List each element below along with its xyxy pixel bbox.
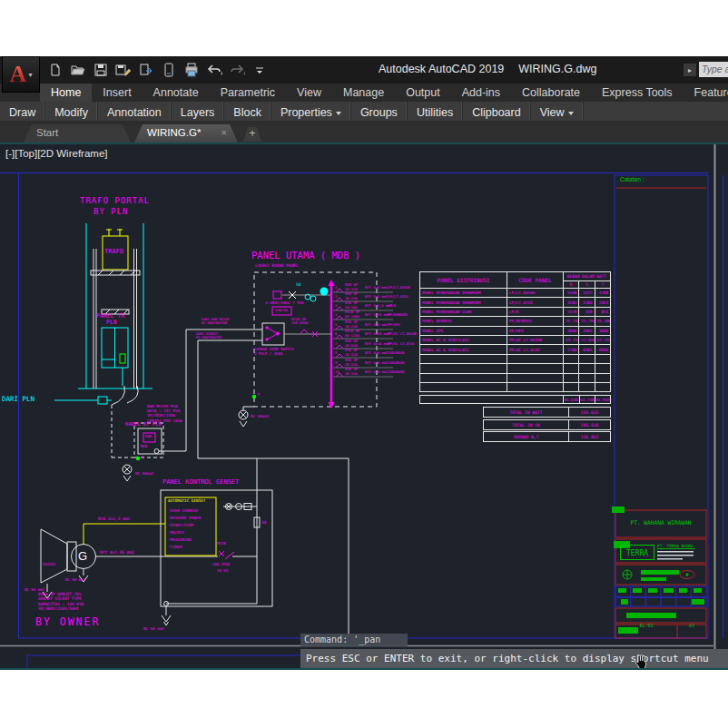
control-wire: [84, 524, 165, 545]
file-tab-bar: Start WIRING.G*× +: [0, 124, 728, 143]
table-row: [420, 354, 611, 363]
panel-launcher-icon[interactable]: [568, 112, 574, 115]
redo-icon[interactable]: [227, 59, 247, 81]
mdb-title: PANEL UTAMA ( MDB ): [251, 250, 360, 261]
change-over-switch: [262, 323, 284, 345]
save-icon[interactable]: [91, 59, 111, 81]
panel-block[interactable]: Block: [224, 102, 271, 121]
autocad-logo: A: [10, 61, 27, 88]
panel-groups[interactable]: Groups: [351, 102, 408, 121]
mdb-branch-row: 10MCB 3P 20-32ANYY 4x6 mm2CADANGAN: [335, 373, 418, 382]
kwh-info-label: KWH METER PLN DAYA : 147 KVA 3P/380V/250…: [147, 404, 182, 423]
window-title: Autodesk AutoCAD 2019WIRING.G.dwg: [379, 63, 596, 75]
autocad-window: Autodesk AutoCAD 2019WIRING.G.dwg ▸ Type…: [0, 56, 728, 670]
genset-functions-list: -OVER CURRENT -REVERSE POWER -START/STOP…: [168, 507, 201, 551]
panel-annotation[interactable]: Annotation: [98, 102, 172, 121]
ground-node-dot: [136, 457, 140, 460]
table-row: [420, 382, 611, 391]
table-sum-row: 55.418 52.758 51.944: [419, 395, 611, 404]
ground-electrode-icon: [123, 465, 132, 481]
file-tab-start[interactable]: Start: [24, 124, 131, 143]
automatic-genset-label: AUTOMATIC GENSET: [168, 499, 205, 504]
new-tab-button[interactable]: +: [243, 127, 261, 142]
mdb-so-label: SO: [296, 282, 300, 287]
panel-clipboard[interactable]: Clipboard: [463, 102, 531, 121]
ribbon-tab-bar: Home Insert Annotate Parametric View Man…: [0, 84, 728, 102]
table-row: PANEL UPSPP/UPS380030013000: [420, 326, 611, 335]
tab-addins[interactable]: Add-ins: [451, 84, 511, 102]
panel-utilities[interactable]: Utilities: [408, 102, 463, 121]
viewport-controls[interactable]: [-][Top][2D Wireframe]: [5, 148, 107, 159]
total-va-row: TOTAL IN VA195.518: [483, 419, 611, 430]
print-icon[interactable]: [182, 59, 202, 81]
mobile-icon[interactable]: [159, 59, 179, 81]
document-title: WIRING.G.dwg: [518, 63, 596, 75]
mdb-feeder1-label: DARI KWH METER BY KONTRAKTOR: [202, 318, 229, 325]
terra-logo: TERRA: [620, 545, 654, 560]
title-bar: Autodesk AutoCAD 2019WIRING.G.dwg ▸ Type…: [0, 56, 728, 84]
consultant-name: PT. TERRA AGUNG: [657, 544, 694, 548]
new-file-icon[interactable]: [45, 59, 65, 81]
ct-icon: [310, 296, 316, 301]
tab-parametric[interactable]: Parametric: [210, 84, 286, 102]
table-row: PANEL BENGKELPP/BENGKEL15.74815.70415.58…: [420, 317, 611, 326]
panel-view[interactable]: View: [531, 102, 584, 121]
sheet-number: EL-02: [615, 624, 677, 629]
command-line-input[interactable]: Command: '_pan: [300, 634, 408, 646]
quick-access-toolbar: [45, 58, 270, 82]
table-row: PANEL AC & VENTILASIPP/AC LT.DASAR13.754…: [420, 335, 611, 344]
window-bottom-edge: [0, 668, 728, 670]
qat-customize-icon[interactable]: [250, 59, 270, 81]
tab-output[interactable]: Output: [395, 84, 451, 102]
save-as-icon[interactable]: [113, 59, 133, 81]
transfer-icon[interactable]: [136, 59, 156, 81]
tab-view[interactable]: View: [286, 84, 332, 102]
panel-ground-label: BC 50 mm2: [143, 627, 164, 632]
diesel-label: DIESEL: [43, 563, 56, 567]
search-input[interactable]: Type a: [699, 62, 728, 77]
table-row: PANEL PENERANGAN SHOWROOMLP/LT.DASAR5168…: [420, 289, 611, 298]
chevron-down-icon: ▾: [28, 71, 32, 79]
by-owner-label: BY OWNER: [35, 616, 100, 628]
panel-layers[interactable]: Layers: [172, 102, 225, 121]
tab-annotate[interactable]: Annotate: [143, 84, 210, 102]
tab-collaborate[interactable]: Collaborate: [511, 84, 591, 102]
mdb-location: LOKASI RUANG PANEL: [255, 263, 299, 268]
tab-insert[interactable]: Insert: [92, 84, 142, 102]
so-node: [320, 288, 329, 296]
drawing-geometry: [0, 144, 728, 668]
application-menu-button[interactable]: A▾: [2, 56, 40, 93]
panel-draw[interactable]: Draw: [0, 102, 45, 121]
genset-note: BACK UP GENSET 70% GENSET SILENT TYPE KA…: [38, 592, 84, 611]
kwh-box-label: KWH: [145, 435, 152, 439]
table-row: [420, 373, 611, 382]
kabel-by-pln-label: KABEL BY PLN: [125, 421, 162, 427]
search-go-icon[interactable]: ▸: [684, 64, 696, 76]
kwh-ground-label: BC 50mm2: [135, 472, 153, 477]
sheet-borders: [0, 172, 723, 668]
kwh-mcb-label: MCB: [141, 445, 147, 449]
mdb-main-breaker-label: MCCB 3P 250-630A: [291, 318, 308, 326]
file-tab-wiring[interactable]: WIRING.G*×: [134, 124, 238, 143]
panel-modify[interactable]: Modify: [45, 102, 98, 121]
panel-properties[interactable]: Properties: [271, 102, 351, 121]
mdb-e-label: E: [258, 393, 260, 398]
generator-letter: G: [78, 550, 87, 564]
close-icon[interactable]: ×: [221, 127, 226, 138]
undo-icon[interactable]: [204, 59, 224, 81]
drawing-canvas[interactable]: [-][Top][2D Wireframe] TRAFO PORTAL BY P…: [0, 144, 728, 668]
fuse-icon: [273, 291, 281, 299]
open-folder-icon[interactable]: [68, 59, 88, 81]
screenshot-root: Autodesk AutoCAD 2019WIRING.G.dwg ▸ Type…: [0, 0, 728, 728]
trafo-portal-title: TRAFO PORTAL: [80, 196, 150, 205]
tab-manage[interactable]: Manage: [332, 84, 395, 102]
tab-home[interactable]: Home: [40, 84, 92, 102]
catatan-label: Catatan :: [620, 176, 644, 182]
mdb-feeder2-label: DARI GENSET BY KONTRAKTOR: [196, 332, 221, 339]
panel-kontrol-genset-title: PANEL KONTROL GENSET: [162, 478, 239, 486]
panel-launcher-icon[interactable]: [336, 112, 341, 115]
genset-mccb-icon: [219, 551, 234, 559]
tab-express-tools[interactable]: Express Tools: [591, 84, 684, 102]
tab-featured-apps[interactable]: Featured Apps: [684, 84, 728, 102]
dari-pln-label: DARI PLN: [2, 396, 34, 404]
